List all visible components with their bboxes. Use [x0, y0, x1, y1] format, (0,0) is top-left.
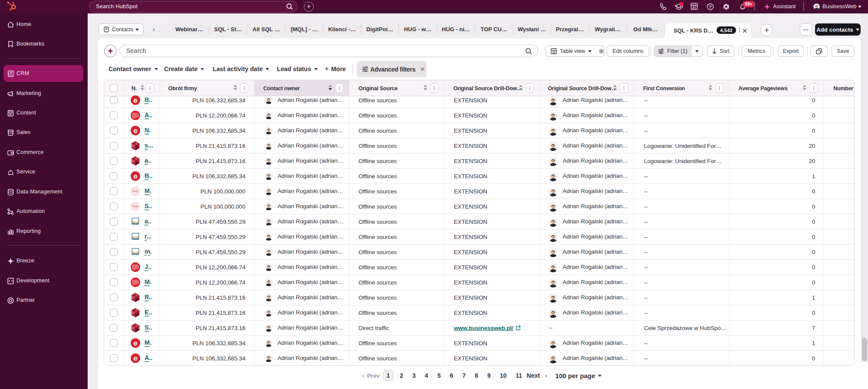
svg-text:?: ? [709, 4, 711, 10]
